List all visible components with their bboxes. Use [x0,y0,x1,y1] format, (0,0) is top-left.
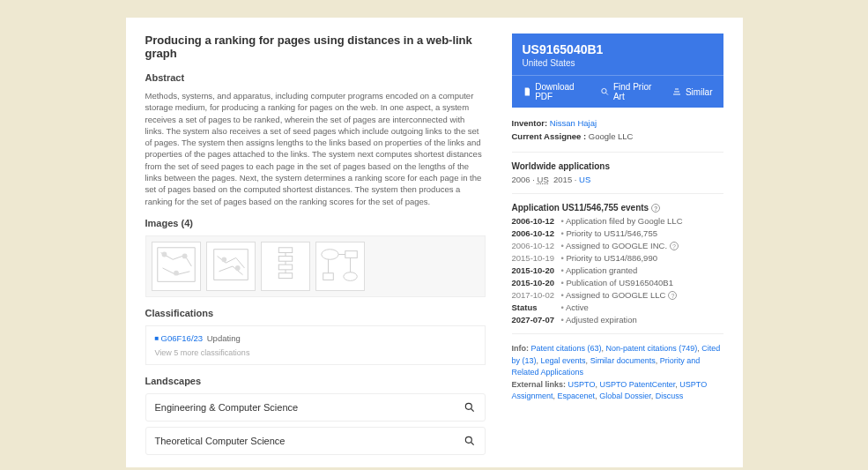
assignee-value: Google LLC [589,131,634,141]
svg-point-5 [221,257,226,262]
worldwide-apps: 2006 · US 2015 · US [512,175,723,184]
svg-point-3 [174,271,179,276]
classification-desc: Updating [207,333,241,343]
images-row [145,235,486,297]
images-heading: Images (4) [145,218,486,228]
timeline-row: StatusActive [512,302,723,312]
timeline-row: 2015-10-19Priority to US14/886,990 [512,253,723,263]
timeline-date: 2015-10-20 [512,265,561,275]
timeline-date: 2015-10-20 [512,278,561,287]
timeline-desc: Active [561,302,589,312]
ext-link[interactable]: Espacenet [558,392,596,400]
timeline-date: 2017-10-02 [512,290,561,300]
landscapes-heading: Landscapes [145,376,486,386]
patent-id: US9165040B1 [523,42,713,56]
ext-label: External links: [512,380,567,389]
timeline-desc: Application granted [561,265,638,275]
svg-line-28 [606,93,608,94]
timeline-row: 2015-10-20Publication of US9165040B1 [512,278,723,287]
svg-rect-0 [152,243,198,289]
info-icon[interactable]: ? [668,291,677,300]
timeline-date: 2015-10-19 [512,253,561,263]
ext-link[interactable]: USPTO PatentCenter [599,380,675,389]
image-thumb-2[interactable] [206,242,256,291]
inventor-link[interactable]: Nissan Hajaj [550,118,597,128]
landscape-label: Engineering & Computer Science [155,402,299,413]
divider [512,333,723,334]
timeline-desc: Priority to US11/546,755 [561,228,657,238]
landscape-item-2[interactable]: Theoretical Computer Science [145,427,486,455]
svg-point-27 [602,88,606,93]
image-thumb-1[interactable] [152,242,201,291]
info-link[interactable]: Patent citations (63) [531,344,602,353]
pdf-icon [523,86,532,97]
timeline-date: 2006-10-12 [512,216,561,226]
info-footer: Info: Patent citations (63), Non-patent … [512,343,723,403]
inventor-label: Inventor: [512,118,548,128]
page-title: Producing a ranking for pages using dist… [145,34,486,60]
info-link[interactable]: Similar documents [590,356,656,365]
timeline-date: 2027-07-07 [512,315,561,325]
landscape-item-1[interactable]: Engineering & Computer Science [145,393,486,422]
ext-link[interactable]: USPTO [568,380,596,389]
timeline-date: Status [512,302,561,312]
svg-rect-4 [207,243,253,289]
image-thumb-4[interactable] [315,242,365,291]
timeline-row: 2027-07-07Adjusted expiration [512,315,723,325]
ext-link[interactable]: Global Dossier [599,392,651,400]
prior-art-icon [600,86,610,97]
svg-line-26 [471,443,473,445]
right-column: US9165040B1 United States Download PDF F… [512,34,723,460]
worldwide-heading: Worldwide applications [512,161,723,171]
svg-line-24 [471,409,473,412]
worldwide-us-link[interactable]: US [579,175,590,184]
events-heading: Application US11/546,755 events? [512,203,723,213]
timeline-desc: Assigned to GOOGLE INC.? [561,241,679,250]
divider [512,152,723,153]
timeline-date: 2006-10-12 [512,241,561,250]
svg-point-6 [234,265,240,271]
info-link[interactable]: Legal events [541,356,586,365]
info-icon[interactable]: ? [670,242,679,250]
landscape-label: Theoretical Computer Science [155,436,286,446]
search-icon [464,435,476,447]
similar-icon [671,86,682,97]
timeline-row: 2017-10-02Assigned to GOOGLE LLC? [512,290,723,300]
meta-block: Inventor: Nissan Hajaj Current Assignee … [512,116,723,143]
timeline-desc: Priority to US14/886,990 [561,253,657,263]
timeline-desc: Publication of US9165040B1 [561,278,673,287]
view-more-classifications[interactable]: View 5 more classifications [155,348,476,357]
abstract-heading: Abstract [145,72,486,83]
patent-header: US9165040B1 United States Download PDF F… [512,34,723,108]
svg-point-25 [465,436,471,443]
timeline-desc: Adjusted expiration [561,315,637,325]
classification-code[interactable]: G06F16/23 [155,333,204,343]
find-prior-art-button[interactable]: Find Prior Art [600,82,659,101]
similar-button[interactable]: Similar [671,86,713,97]
info-link[interactable]: Non-patent citations (749) [606,344,698,353]
timeline-row: 2015-10-20Application granted [512,265,723,275]
download-pdf-button[interactable]: Download PDF [523,82,589,101]
timeline-row: 2006-10-12Assigned to GOOGLE INC.? [512,241,723,250]
ext-link[interactable]: Discuss [656,392,684,400]
timeline-desc: Assigned to GOOGLE LLC? [561,290,678,300]
divider [512,193,723,194]
patent-country: United States [523,58,713,68]
classifications-box: G06F16/23 Updating View 5 more classific… [145,325,486,365]
svg-point-23 [465,403,471,409]
search-icon [464,401,476,414]
info-icon[interactable]: ? [651,204,660,213]
left-column: Producing a ranking for pages using dist… [145,34,486,460]
image-thumb-3[interactable] [261,242,310,291]
action-bar: Download PDF Find Prior Art Similar [512,75,723,108]
svg-rect-7 [262,243,308,289]
events-timeline: 2006-10-12Application filed by Google LL… [512,216,723,325]
info-label: Info: [512,344,530,353]
timeline-row: 2006-10-12Application filed by Google LL… [512,216,723,226]
timeline-row: 2006-10-12Priority to US11/546,755 [512,228,723,238]
timeline-desc: Application filed by Google LLC [561,216,683,226]
abstract-text: Methods, systems, and apparatus, includi… [145,90,486,207]
timeline-date: 2006-10-12 [512,228,561,238]
svg-point-2 [182,254,187,259]
classifications-heading: Classifications [145,308,486,318]
